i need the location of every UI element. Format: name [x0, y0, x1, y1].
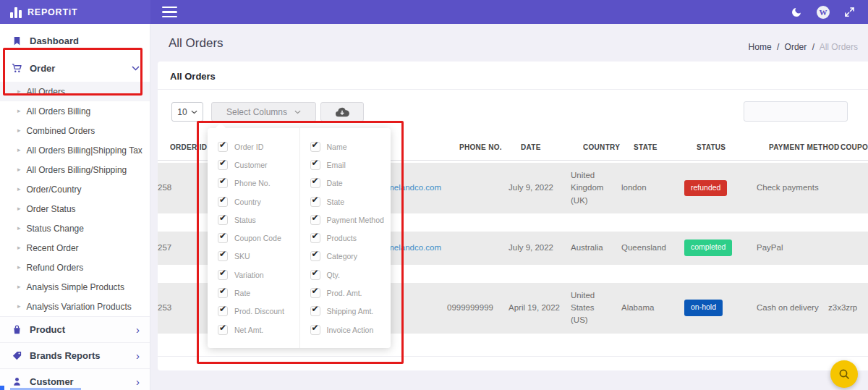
- page-length-value: 10: [177, 107, 187, 117]
- sidebar-subitem[interactable]: ▸ Analysis Simple Products: [0, 277, 150, 297]
- checked-checkbox-icon[interactable]: [218, 270, 228, 280]
- sidebar-item-brands-reports[interactable]: Brands Reports ›: [0, 342, 150, 368]
- column-checkbox-label: Email: [327, 161, 346, 169]
- sidebar-subitem[interactable]: ▸ Recent Order: [0, 238, 150, 258]
- column-checkbox-item[interactable]: Phone No.: [218, 174, 299, 192]
- checked-checkbox-icon[interactable]: [218, 142, 228, 152]
- column-checkbox-item[interactable]: Variation: [218, 266, 299, 284]
- checked-checkbox-icon[interactable]: [310, 325, 320, 335]
- column-checkbox-item[interactable]: Payment Method: [310, 211, 391, 229]
- page-length-select[interactable]: 10: [171, 102, 203, 122]
- sidebar-subitem[interactable]: ▸ Order Status: [0, 199, 150, 219]
- checked-checkbox-icon[interactable]: [218, 215, 228, 225]
- column-checkbox-item[interactable]: Order ID: [218, 137, 299, 156]
- column-checkbox-item[interactable]: Email: [310, 156, 391, 174]
- checked-checkbox-icon[interactable]: [310, 142, 320, 152]
- sidebar-item-order[interactable]: Order: [0, 57, 150, 79]
- fullscreen-expand-icon[interactable]: [844, 7, 855, 17]
- sidebar-subitem[interactable]: ▸ Combined Orders: [0, 121, 150, 140]
- column-checkbox-item[interactable]: Prod. Discount: [218, 302, 299, 321]
- checked-checkbox-icon[interactable]: [310, 160, 320, 170]
- checked-checkbox-icon[interactable]: [218, 306, 228, 316]
- column-header[interactable]: STATE: [634, 143, 697, 151]
- column-header[interactable]: DATE: [521, 143, 583, 151]
- sidebar-item-customer[interactable]: Customer ›: [0, 368, 150, 390]
- brand-logo[interactable]: REPORTiT: [0, 0, 150, 24]
- column-picker-right: Name Email Date State: [299, 128, 391, 348]
- checked-checkbox-icon[interactable]: [310, 288, 320, 298]
- sidebar-subitem[interactable]: ▸ Status Change: [0, 219, 150, 238]
- checked-checkbox-icon[interactable]: [310, 251, 320, 261]
- column-checkbox-item[interactable]: SKU: [218, 247, 299, 266]
- column-checkbox-label: Date: [327, 179, 343, 187]
- column-header[interactable]: PHONE NO.: [459, 143, 521, 151]
- sidebar-subitem-label: Status Change: [27, 224, 84, 234]
- checked-checkbox-icon[interactable]: [218, 233, 228, 243]
- checked-checkbox-icon[interactable]: [218, 251, 228, 261]
- checked-checkbox-icon[interactable]: [218, 288, 228, 298]
- cell-coupon: z3x3zrp: [828, 302, 868, 314]
- checked-checkbox-icon[interactable]: [310, 233, 320, 243]
- checked-checkbox-icon[interactable]: [310, 270, 320, 280]
- column-checkbox-item[interactable]: Net Amt.: [218, 321, 299, 339]
- column-checkbox-item[interactable]: State: [310, 192, 391, 211]
- sidebar-item-product[interactable]: Product ›: [0, 316, 150, 342]
- column-header[interactable]: COUPON: [841, 143, 868, 151]
- wordpress-icon[interactable]: W: [817, 6, 830, 19]
- column-checkbox-item[interactable]: Qty.: [310, 266, 391, 284]
- dark-mode-moon-icon[interactable]: [791, 7, 802, 18]
- sidebar-subitem[interactable]: ▸ All Orders Billing/Shipping: [0, 160, 150, 179]
- column-checkbox-item[interactable]: Prod. Amt.: [310, 284, 391, 302]
- breadcrumb-home[interactable]: Home: [749, 42, 772, 52]
- sidebar-subitem[interactable]: ▸ All Orders Billing: [0, 101, 150, 121]
- checked-checkbox-icon[interactable]: [310, 197, 320, 207]
- sidebar-subitem-label: All Orders Billing|Shipping Tax: [27, 145, 142, 156]
- column-checkbox-item[interactable]: Category: [310, 247, 391, 266]
- chevron-down-icon: [132, 66, 140, 71]
- sidebar-subitem-label: Refund Orders: [27, 263, 84, 273]
- column-checkbox-item[interactable]: Country: [218, 192, 299, 211]
- search-fab-button[interactable]: [830, 360, 858, 388]
- hamburger-menu-icon[interactable]: [159, 4, 180, 21]
- column-checkbox-item[interactable]: Date: [310, 174, 391, 192]
- column-checkbox-item[interactable]: Shipping Amt.: [310, 302, 391, 321]
- checked-checkbox-icon[interactable]: [310, 215, 320, 225]
- caret-right-icon: ▸: [17, 264, 21, 271]
- sidebar-item-label: Customer: [30, 376, 74, 387]
- checked-checkbox-icon[interactable]: [218, 160, 228, 170]
- breadcrumb-order[interactable]: Order: [785, 42, 807, 52]
- status-badge: completed: [684, 239, 732, 256]
- column-checkbox-item[interactable]: Name: [310, 137, 391, 156]
- column-checkbox-item[interactable]: Coupon Code: [218, 229, 299, 247]
- checked-checkbox-icon[interactable]: [310, 178, 320, 188]
- column-header[interactable]: PAYMENT METHOD: [769, 143, 841, 151]
- sidebar-subitem[interactable]: ▸ All Orders: [0, 82, 150, 101]
- sidebar-subitem[interactable]: ▸ Refund Orders: [0, 258, 150, 277]
- export-download-button[interactable]: [320, 102, 364, 122]
- cell-status: on-hold: [684, 300, 757, 316]
- checked-checkbox-icon[interactable]: [218, 178, 228, 188]
- sidebar-subitem-label: Analysis Variation Products: [27, 302, 132, 312]
- column-checkbox-item[interactable]: Status: [218, 211, 299, 229]
- search-input[interactable]: [744, 101, 848, 122]
- checked-checkbox-icon[interactable]: [310, 306, 320, 316]
- sidebar-subitem[interactable]: ▸ All Orders Billing|Shipping Tax: [0, 140, 150, 160]
- column-checkbox-item[interactable]: Invoice Action: [310, 321, 391, 339]
- column-checkbox-item[interactable]: Customer: [218, 156, 299, 174]
- brand-name: REPORTiT: [27, 7, 77, 17]
- column-checkbox-label: SKU: [234, 252, 250, 260]
- checked-checkbox-icon[interactable]: [218, 197, 228, 207]
- select-columns-button[interactable]: Select Columns: [211, 102, 316, 122]
- column-checkbox-label: Country: [234, 198, 261, 206]
- sidebar-subitem[interactable]: ▸ Analysis Variation Products: [0, 297, 150, 316]
- sidebar-item-label: Product: [30, 324, 65, 335]
- cell-status: refunded: [684, 180, 757, 197]
- column-checkbox-item[interactable]: Rate: [218, 284, 299, 302]
- checked-checkbox-icon[interactable]: [218, 325, 228, 335]
- column-header[interactable]: STATUS: [697, 143, 769, 151]
- column-header[interactable]: COUNTRY: [583, 143, 634, 151]
- sidebar-item-dashboard[interactable]: Dashboard: [0, 30, 150, 51]
- sidebar-subitem[interactable]: ▸ Order/Country: [0, 179, 150, 199]
- column-checkbox-item[interactable]: Products: [310, 229, 391, 247]
- column-checkbox-label: Qty.: [327, 271, 340, 279]
